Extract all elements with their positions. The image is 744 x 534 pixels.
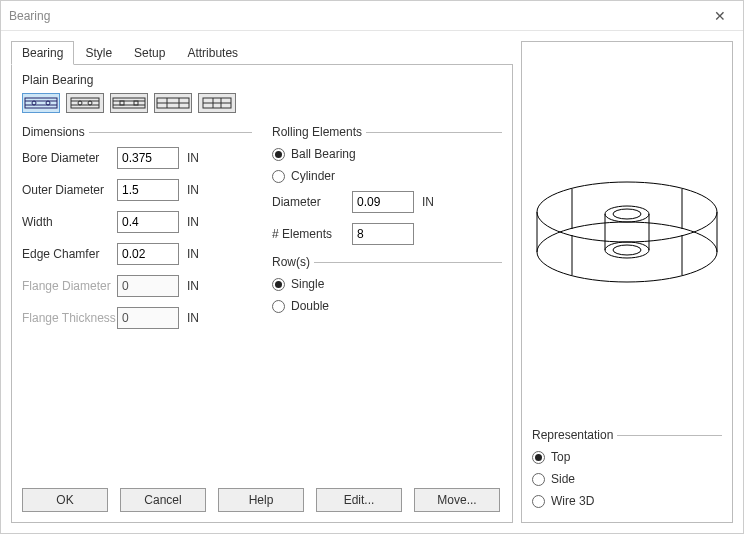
- rolling-group: Rolling Elements Ball Bearing Cylinder D…: [272, 125, 502, 339]
- double-label: Double: [291, 299, 329, 313]
- width-input[interactable]: [117, 211, 179, 233]
- radio-icon: [532, 473, 545, 486]
- help-button[interactable]: Help: [218, 488, 304, 512]
- chamfer-unit: IN: [187, 247, 199, 261]
- flange-dia-unit: IN: [187, 279, 199, 293]
- single-radio[interactable]: Single: [272, 277, 502, 291]
- bore-label: Bore Diameter: [22, 151, 117, 165]
- svg-point-23: [537, 182, 717, 242]
- rolling-dia-input[interactable]: [352, 191, 414, 213]
- flange-thk-unit: IN: [187, 311, 199, 325]
- bearing-type-1-icon[interactable]: [22, 93, 60, 113]
- svg-point-3: [32, 101, 36, 105]
- tab-body: Plain Bearing: [11, 64, 513, 523]
- bore-input[interactable]: [117, 147, 179, 169]
- tab-setup[interactable]: Setup: [123, 41, 176, 65]
- rep-top-radio[interactable]: Top: [532, 450, 722, 464]
- left-panel: Bearing Style Setup Attributes Plain Bea…: [11, 41, 513, 523]
- representation-group: Representation Top Side Wire 3D: [522, 422, 732, 522]
- svg-rect-13: [120, 101, 124, 105]
- radio-icon: [272, 278, 285, 291]
- svg-point-36: [613, 245, 641, 255]
- svg-rect-0: [25, 98, 57, 108]
- double-radio[interactable]: Double: [272, 299, 502, 313]
- tab-attributes[interactable]: Attributes: [176, 41, 249, 65]
- svg-rect-14: [134, 101, 138, 105]
- chamfer-label: Edge Chamfer: [22, 247, 117, 261]
- ok-button[interactable]: OK: [22, 488, 108, 512]
- plain-bearing-label: Plain Bearing: [22, 73, 502, 87]
- rep-wire-label: Wire 3D: [551, 494, 594, 508]
- titlebar: Bearing ✕: [1, 1, 743, 31]
- svg-point-31: [605, 206, 649, 222]
- move-button[interactable]: Move...: [414, 488, 500, 512]
- svg-point-4: [46, 101, 50, 105]
- tab-style[interactable]: Style: [74, 41, 123, 65]
- cylinder-label: Cylinder: [291, 169, 335, 183]
- bore-unit: IN: [187, 151, 199, 165]
- outer-unit: IN: [187, 183, 199, 197]
- button-row: OK Cancel Help Edit... Move...: [22, 488, 500, 512]
- svg-rect-10: [113, 98, 145, 108]
- edit-button[interactable]: Edit...: [316, 488, 402, 512]
- close-icon[interactable]: ✕: [705, 1, 735, 31]
- radio-icon: [272, 300, 285, 313]
- flange-dia-input: [117, 275, 179, 297]
- rep-top-label: Top: [551, 450, 570, 464]
- bearing-type-5-icon[interactable]: [198, 93, 236, 113]
- rolling-dia-label: Diameter: [272, 195, 352, 209]
- svg-point-8: [78, 101, 82, 105]
- svg-point-35: [613, 209, 641, 219]
- elements-label: # Elements: [272, 227, 352, 241]
- radio-icon: [532, 495, 545, 508]
- ball-bearing-label: Ball Bearing: [291, 147, 356, 161]
- rolling-dia-unit: IN: [422, 195, 434, 209]
- rows-header: Row(s): [272, 255, 310, 269]
- elements-input[interactable]: [352, 223, 414, 245]
- outer-label: Outer Diameter: [22, 183, 117, 197]
- rep-side-label: Side: [551, 472, 575, 486]
- dimensions-header: Dimensions: [22, 125, 85, 139]
- bearing-preview-icon: [532, 132, 722, 332]
- bearing-type-strip: [22, 93, 502, 113]
- flange-dia-label: Flange Diameter: [22, 279, 117, 293]
- tab-bearing[interactable]: Bearing: [11, 41, 74, 65]
- dimensions-group: Dimensions Bore Diameter IN Outer Diamet…: [22, 125, 252, 339]
- svg-point-32: [605, 242, 649, 258]
- ball-bearing-radio[interactable]: Ball Bearing: [272, 147, 502, 161]
- flange-thk-label: Flange Thickness: [22, 311, 117, 325]
- preview-canvas: [522, 42, 732, 422]
- main-area: Bearing Style Setup Attributes Plain Bea…: [1, 31, 743, 533]
- flange-thk-input: [117, 307, 179, 329]
- radio-icon: [532, 451, 545, 464]
- preview-panel: Representation Top Side Wire 3D: [521, 41, 733, 523]
- outer-input[interactable]: [117, 179, 179, 201]
- cancel-button[interactable]: Cancel: [120, 488, 206, 512]
- width-unit: IN: [187, 215, 199, 229]
- radio-icon: [272, 148, 285, 161]
- chamfer-input[interactable]: [117, 243, 179, 265]
- rolling-header: Rolling Elements: [272, 125, 362, 139]
- width-label: Width: [22, 215, 117, 229]
- window-title: Bearing: [9, 9, 705, 23]
- bearing-type-3-icon[interactable]: [110, 93, 148, 113]
- single-label: Single: [291, 277, 324, 291]
- cylinder-radio[interactable]: Cylinder: [272, 169, 502, 183]
- rep-wire-radio[interactable]: Wire 3D: [532, 494, 722, 508]
- svg-point-24: [537, 222, 717, 282]
- svg-point-9: [88, 101, 92, 105]
- radio-icon: [272, 170, 285, 183]
- bearing-type-4-icon[interactable]: [154, 93, 192, 113]
- representation-header: Representation: [532, 428, 613, 442]
- bearing-type-2-icon[interactable]: [66, 93, 104, 113]
- tab-strip: Bearing Style Setup Attributes: [11, 41, 513, 65]
- svg-rect-5: [71, 98, 99, 108]
- rep-side-radio[interactable]: Side: [532, 472, 722, 486]
